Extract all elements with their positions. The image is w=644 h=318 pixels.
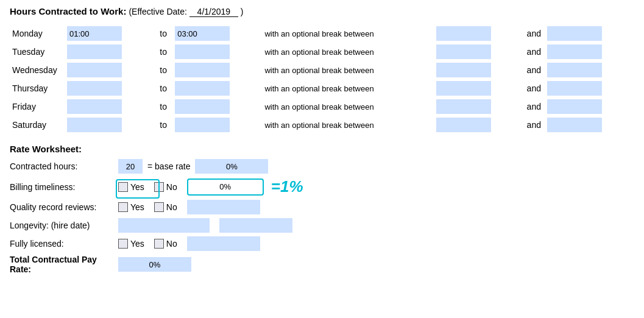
to-time-input[interactable] xyxy=(175,118,230,132)
break-to-input[interactable] xyxy=(547,26,602,41)
schedule-row-friday: Friday to with an optional break between… xyxy=(10,97,634,116)
from-time-input[interactable] xyxy=(67,118,122,132)
and-label: and xyxy=(523,61,545,79)
from-time-cell xyxy=(65,43,154,61)
day-label: Saturday xyxy=(10,116,65,134)
longevity-row: Longevity: (hire date) xyxy=(10,218,634,233)
contracted-hours-percent[interactable] xyxy=(195,159,268,174)
contracted-hours-row: Contracted hours: = base rate xyxy=(10,159,634,174)
quality-yes-label: Yes xyxy=(130,202,144,212)
and-label: and xyxy=(523,24,545,43)
break-from-cell xyxy=(434,43,523,61)
from-time-input[interactable] xyxy=(67,26,122,41)
licensed-yes-checkbox[interactable] xyxy=(118,239,128,249)
from-time-input[interactable] xyxy=(67,81,122,96)
billing-no-checkbox[interactable] xyxy=(154,182,164,192)
contracted-hours-label: Contracted hours: xyxy=(10,161,113,171)
contracted-hours-input[interactable] xyxy=(118,159,143,174)
break-to-cell xyxy=(545,97,634,116)
effective-date-prefix: (Effective Date: xyxy=(129,7,186,16)
break-to-input[interactable] xyxy=(547,81,602,96)
to-time-input[interactable] xyxy=(175,44,230,59)
break-text: with an optional break between xyxy=(262,24,433,43)
quality-yes-checkbox[interactable] xyxy=(118,202,128,212)
break-to-input[interactable] xyxy=(547,99,602,114)
schedule-row-saturday: Saturday to with an optional break betwe… xyxy=(10,116,634,134)
base-rate-text: = base rate xyxy=(147,161,190,171)
day-label: Tuesday xyxy=(10,43,65,61)
to-label: to xyxy=(154,116,172,134)
day-label: Friday xyxy=(10,97,65,116)
break-from-cell xyxy=(434,116,523,134)
break-to-cell xyxy=(545,61,634,79)
billing-yes-checkbox[interactable] xyxy=(118,182,128,192)
to-time-input[interactable] xyxy=(175,63,230,77)
break-to-input[interactable] xyxy=(547,63,602,77)
from-time-cell xyxy=(65,97,154,116)
break-from-input[interactable] xyxy=(436,81,491,96)
break-from-input[interactable] xyxy=(436,26,491,41)
billing-percent-input[interactable] xyxy=(192,180,259,194)
total-label: Total Contractual Pay Rate: xyxy=(10,255,113,274)
billing-no-label: No xyxy=(166,182,177,192)
break-text: with an optional break between xyxy=(262,61,433,79)
to-time-cell xyxy=(172,97,262,116)
from-time-cell xyxy=(65,116,154,134)
from-time-cell xyxy=(65,24,154,43)
break-from-cell xyxy=(434,79,523,97)
to-time-cell xyxy=(172,116,262,134)
fully-licensed-row: Fully licensed: Yes No xyxy=(10,236,634,251)
to-time-cell xyxy=(172,61,262,79)
break-to-cell xyxy=(545,79,634,97)
break-from-input[interactable] xyxy=(436,99,491,114)
break-to-input[interactable] xyxy=(547,44,602,59)
break-to-cell xyxy=(545,24,634,43)
from-time-input[interactable] xyxy=(67,63,122,77)
quality-no-label: No xyxy=(166,202,177,212)
longevity-input[interactable] xyxy=(118,218,210,233)
to-time-input[interactable] xyxy=(175,81,230,96)
to-label: to xyxy=(154,79,172,97)
longevity-percent-input[interactable] xyxy=(219,218,292,233)
and-label: and xyxy=(523,97,545,116)
break-to-input[interactable] xyxy=(547,118,602,132)
to-time-cell xyxy=(172,79,262,97)
billing-yes-label: Yes xyxy=(130,182,144,192)
billing-timeliness-label: Billing timeliness: xyxy=(10,182,113,192)
break-from-input[interactable] xyxy=(436,118,491,132)
total-value-input[interactable] xyxy=(118,257,191,272)
to-label: to xyxy=(154,97,172,116)
break-from-input[interactable] xyxy=(436,63,491,77)
quality-percent-input[interactable] xyxy=(187,200,260,214)
quality-record-label: Quality record reviews: xyxy=(10,202,113,212)
effective-date-suffix: ) xyxy=(241,7,244,16)
schedule-table: Monday to with an optional break between… xyxy=(10,24,634,134)
to-label: to xyxy=(154,43,172,61)
break-text: with an optional break between xyxy=(262,116,433,134)
to-time-input[interactable] xyxy=(175,26,230,41)
section-title: Hours Contracted to Work: xyxy=(10,6,126,16)
break-text: with an optional break between xyxy=(262,43,433,61)
rate-worksheet-title: Rate Worksheet: xyxy=(10,144,634,154)
quality-no-checkbox[interactable] xyxy=(154,202,164,212)
from-time-cell xyxy=(65,61,154,79)
schedule-row-monday: Monday to with an optional break between… xyxy=(10,24,634,43)
day-label: Monday xyxy=(10,24,65,43)
effective-date-value: 4/1/2019 xyxy=(189,7,238,17)
to-time-input[interactable] xyxy=(175,99,230,114)
break-from-input[interactable] xyxy=(436,44,491,59)
from-time-input[interactable] xyxy=(67,44,122,59)
from-time-input[interactable] xyxy=(67,99,122,114)
rate-worksheet-section: Rate Worksheet: Contracted hours: = base… xyxy=(10,144,634,274)
total-row: Total Contractual Pay Rate: xyxy=(10,255,634,274)
licensed-no-checkbox[interactable] xyxy=(154,239,164,249)
schedule-row-tuesday: Tuesday to with an optional break betwee… xyxy=(10,43,634,61)
and-label: and xyxy=(523,116,545,134)
equals-1pct-annotation: =1% xyxy=(271,177,303,196)
billing-timeliness-row: Billing timeliness: Yes No =1% xyxy=(10,177,634,196)
licensed-percent-input[interactable] xyxy=(187,236,260,251)
licensed-no-label: No xyxy=(166,239,177,249)
fully-licensed-label: Fully licensed: xyxy=(10,239,113,249)
break-to-cell xyxy=(545,116,634,134)
and-label: and xyxy=(523,79,545,97)
